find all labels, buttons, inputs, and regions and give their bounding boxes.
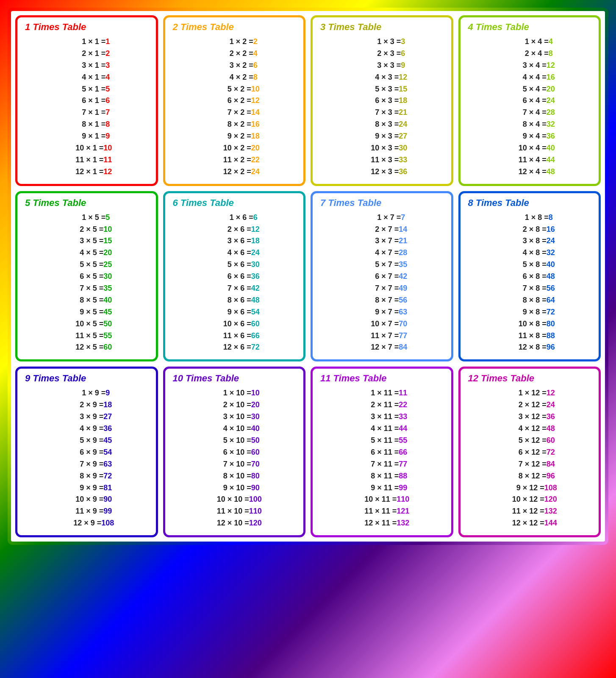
equation-left: 8 × 7 = <box>356 295 399 306</box>
equation-row: 9 × 2 = 18 <box>171 131 298 142</box>
equation-row: 10 × 2 = 20 <box>171 142 298 154</box>
equation-left: 1 × 6 = <box>211 212 253 224</box>
equation-row: 9 × 7 = 63 <box>319 306 445 318</box>
equation-result: 2 <box>253 36 258 48</box>
table-title-3: 3 Times Table <box>319 22 383 33</box>
equation-left: 5 × 12 = <box>504 435 547 447</box>
equation-row: 7 × 3 = 21 <box>319 107 445 119</box>
equation-row: 12 × 6 = 72 <box>171 342 298 353</box>
equation-row: 5 × 8 = 40 <box>466 259 593 271</box>
equation-result: 81 <box>103 482 112 494</box>
equation-row: 4 × 11 = 44 <box>319 423 445 435</box>
equation-left: 7 × 2 = <box>209 107 251 119</box>
equation-result: 16 <box>251 119 260 131</box>
equation-left: 4 × 8 = <box>504 247 547 259</box>
equation-result: 40 <box>251 423 260 435</box>
equation-result: 64 <box>547 295 555 306</box>
times-table-card-8: 8 Times Table1 × 8 = 82 × 8 = 163 × 8 = … <box>458 191 601 362</box>
equation-left: 6 × 8 = <box>504 271 547 283</box>
equations-1: 1 × 1 = 12 × 1 = 23 × 1 = 34 × 1 = 45 × … <box>23 36 150 178</box>
equation-row: 11 × 9 = 99 <box>23 506 150 517</box>
equation-left: 4 × 10 = <box>209 423 251 435</box>
equation-row: 2 × 11 = 22 <box>319 399 445 411</box>
equation-result: 50 <box>251 435 260 447</box>
times-table-card-3: 3 Times Table1 × 3 = 32 × 3 = 63 × 3 = 9… <box>311 15 453 186</box>
equation-row: 3 × 4 = 12 <box>466 60 593 72</box>
equation-result: 48 <box>547 166 555 178</box>
equation-result: 5 <box>105 83 110 95</box>
equation-left: 11 × 2 = <box>209 154 251 166</box>
equation-result: 24 <box>251 166 260 178</box>
equation-left: 6 × 1 = <box>63 95 105 107</box>
table-title-11: 11 Times Table <box>319 373 388 384</box>
equation-left: 4 × 3 = <box>356 72 399 83</box>
equation-left: 3 × 3 = <box>358 60 401 72</box>
equation-result: 99 <box>103 506 112 517</box>
equation-left: 8 × 3 = <box>356 119 399 131</box>
equation-left: 9 × 3 = <box>356 131 399 142</box>
equation-left: 6 × 11 = <box>356 447 399 458</box>
equation-result: 54 <box>251 306 260 318</box>
equation-result: 120 <box>544 494 557 506</box>
equation-result: 40 <box>547 259 555 271</box>
equation-result: 56 <box>399 295 407 306</box>
equation-result: 18 <box>399 95 407 107</box>
equation-row: 1 × 8 = 8 <box>466 212 593 224</box>
equation-left: 10 × 4 = <box>504 142 547 154</box>
equation-result: 8 <box>105 119 110 131</box>
equation-result: 21 <box>399 235 407 247</box>
equation-result: 9 <box>401 60 405 72</box>
equation-left: 2 × 8 = <box>504 224 547 236</box>
equation-left: 9 × 1 = <box>63 131 105 142</box>
equation-left: 7 × 11 = <box>356 458 399 470</box>
equation-result: 132 <box>544 506 557 517</box>
equation-left: 6 × 4 = <box>504 95 547 107</box>
equation-result: 12 <box>547 387 555 399</box>
equation-result: 48 <box>547 271 555 283</box>
equation-result: 36 <box>399 166 407 178</box>
equation-result: 24 <box>547 95 555 107</box>
equation-row: 9 × 10 = 90 <box>171 482 298 494</box>
equation-row: 9 × 5 = 45 <box>23 306 150 318</box>
times-table-card-2: 2 Times Table1 × 2 = 22 × 2 = 43 × 2 = 6… <box>163 15 306 186</box>
equation-result: 54 <box>103 447 112 458</box>
equation-left: 7 × 7 = <box>356 283 399 295</box>
equation-left: 12 × 3 = <box>356 166 399 178</box>
equation-row: 2 × 12 = 24 <box>466 399 593 411</box>
equations-12: 1 × 12 = 122 × 12 = 243 × 12 = 364 × 12 … <box>466 387 593 529</box>
equation-row: 11 × 3 = 33 <box>319 154 445 166</box>
equation-row: 7 × 11 = 77 <box>319 458 445 470</box>
equation-left: 5 × 4 = <box>504 83 547 95</box>
equation-row: 9 × 12 = 108 <box>466 482 593 494</box>
equation-result: 66 <box>399 447 407 458</box>
equation-left: 9 × 12 = <box>502 482 544 494</box>
equation-result: 6 <box>401 48 405 60</box>
equation-row: 3 × 10 = 30 <box>171 411 298 423</box>
table-title-1: 1 Times Table <box>23 22 88 33</box>
equation-result: 24 <box>547 235 555 247</box>
equation-row: 2 × 10 = 20 <box>171 399 298 411</box>
equation-left: 2 × 9 = <box>61 399 103 411</box>
equation-result: 28 <box>399 247 407 259</box>
equation-result: 18 <box>251 235 260 247</box>
equation-left: 10 × 11 = <box>354 494 397 506</box>
equation-result: 20 <box>251 142 260 154</box>
equation-row: 12 × 2 = 24 <box>171 166 298 178</box>
equation-result: 28 <box>547 107 555 119</box>
equation-row: 6 × 6 = 36 <box>171 271 298 283</box>
equation-result: 14 <box>399 224 407 236</box>
equation-result: 72 <box>547 306 555 318</box>
equation-left: 9 × 10 = <box>209 482 251 494</box>
equation-row: 8 × 1 = 8 <box>23 119 150 131</box>
equation-left: 3 × 7 = <box>356 235 399 247</box>
equation-result: 100 <box>249 494 262 506</box>
equation-row: 8 × 3 = 24 <box>319 119 445 131</box>
equation-left: 8 × 8 = <box>504 295 547 306</box>
table-title-8: 8 Times Table <box>466 197 531 208</box>
equation-result: 121 <box>397 506 409 517</box>
equation-row: 10 × 11 = 110 <box>319 494 445 506</box>
equation-left: 3 × 4 = <box>504 60 547 72</box>
equation-row: 3 × 2 = 6 <box>171 60 298 72</box>
equation-result: 33 <box>399 154 407 166</box>
equation-row: 5 × 1 = 5 <box>23 83 150 95</box>
